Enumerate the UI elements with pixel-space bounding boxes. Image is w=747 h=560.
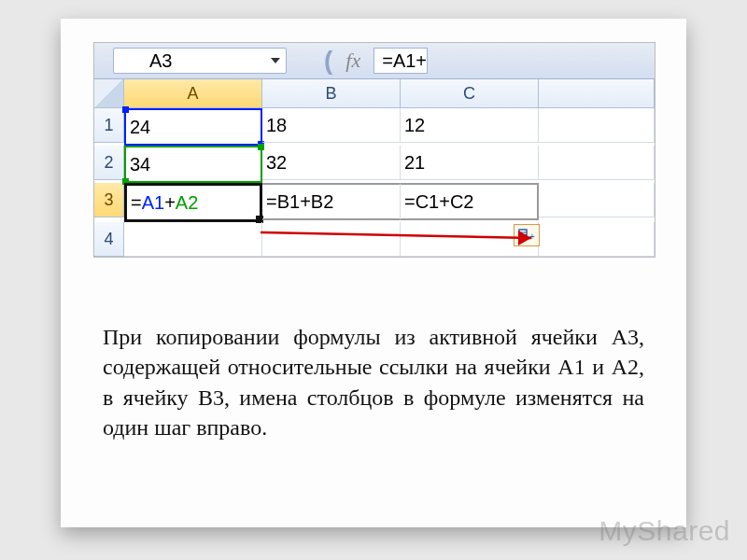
cell-B4[interactable] — [262, 222, 401, 257]
name-box[interactable]: A3 — [113, 48, 287, 74]
formula-bar-text: =A1+ — [382, 50, 427, 72]
cell-C3[interactable]: =C1+C2 — [401, 183, 539, 220]
name-box-dropdown-icon[interactable] — [271, 58, 280, 63]
watermark: MyShared — [599, 515, 730, 547]
cell-C2[interactable]: 21 — [401, 146, 539, 180]
cell-A1[interactable]: 24 — [124, 108, 262, 146]
cell-A3[interactable]: =A1+A2 — [124, 183, 262, 222]
row-header-1[interactable]: 1 — [94, 108, 124, 143]
cell-B1[interactable]: 18 — [262, 108, 401, 143]
formula-bar-input[interactable]: =A1+ — [374, 48, 428, 74]
formula-bar-row: A3 ( fx =A1+ — [94, 43, 655, 79]
cell-A2[interactable]: 34 — [124, 146, 262, 183]
col-header-blank[interactable] — [539, 79, 655, 108]
cell-D4[interactable] — [539, 222, 655, 257]
autofill-options-icon[interactable]: + — [514, 224, 540, 246]
slide-card: A3 ( fx =A1+ A B C 1 24 18 12 — [61, 19, 686, 527]
row-header-2[interactable]: 2 — [94, 146, 124, 180]
col-header-C[interactable]: C — [401, 79, 539, 108]
fx-icon[interactable]: fx — [345, 49, 360, 73]
cell-B2[interactable]: 32 — [262, 146, 401, 180]
caption-text: При копировании формулы из активной ячей… — [103, 322, 644, 443]
col-header-A[interactable]: A — [124, 79, 262, 108]
cell-B3[interactable]: =B1+B2 — [262, 183, 401, 220]
cell-D2[interactable] — [539, 146, 655, 180]
cell-A4[interactable] — [124, 222, 262, 257]
select-all-corner[interactable] — [94, 79, 124, 108]
excel-screenshot: A3 ( fx =A1+ A B C 1 24 18 12 — [93, 42, 655, 258]
cell-D3[interactable] — [539, 183, 655, 217]
cell-D1[interactable] — [539, 108, 655, 143]
row-header-4[interactable]: 4 — [94, 222, 124, 257]
name-box-value: A3 — [149, 50, 172, 72]
fx-area: ( fx =A1+ — [324, 46, 430, 76]
cell-C4[interactable]: + — [401, 222, 539, 257]
spreadsheet-grid[interactable]: A B C 1 24 18 12 2 34 32 21 3 =A1+A2 =B1… — [94, 79, 655, 257]
svg-text:+: + — [529, 231, 535, 242]
svg-rect-0 — [519, 230, 527, 237]
row-header-3[interactable]: 3 — [94, 183, 124, 217]
paren-icon: ( — [324, 46, 332, 76]
col-header-B[interactable]: B — [262, 79, 401, 108]
cell-C1[interactable]: 12 — [401, 108, 539, 143]
